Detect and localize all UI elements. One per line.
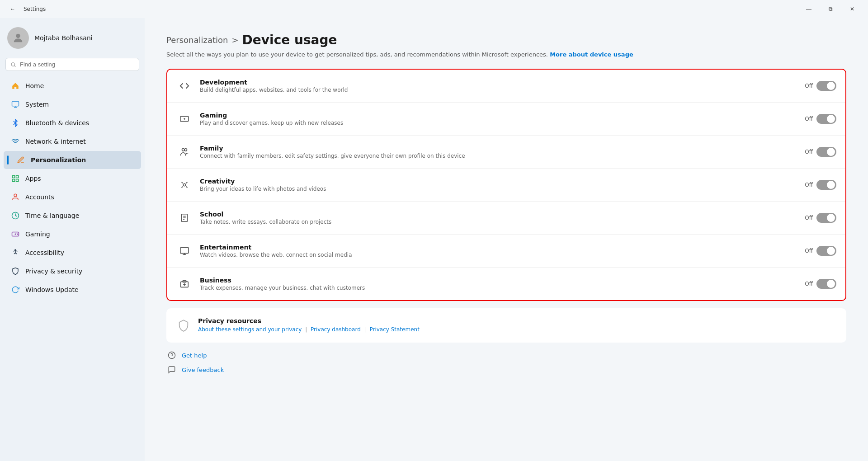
creativity-desc: Bring your ideas to life with photos and… [200,186,797,192]
accessibility-nav-icon [11,248,20,257]
username: Mojtaba Bolhasani [34,34,93,42]
main-content: Personalization > Device usage Select al… [145,18,868,461]
svg-rect-32 [180,248,189,254]
gaming-info: Gaming Play and discover games, keep up … [200,112,797,126]
privacy-link-1[interactable]: About these settings and your privacy [198,326,302,333]
entertainment-toggle[interactable] [816,246,836,256]
development-desc: Build delightful apps, websites, and too… [200,87,797,93]
close-button[interactable]: ✕ [842,2,863,16]
privacy-info: Privacy resources About these settings a… [198,317,420,333]
sidebar-item-gaming[interactable]: Gaming [4,225,141,243]
search-box[interactable] [5,58,139,71]
home-nav-icon [11,81,20,90]
sidebar-item-update[interactable]: Windows Update [4,281,141,299]
development-toggle-label: Off [805,83,813,89]
sidebar-item-accessibility[interactable]: Accessibility [4,244,141,262]
sidebar: Mojtaba Bolhasani Home System Bluetooth … [0,18,145,461]
setting-row-development: Development Build delightful apps, websi… [167,70,845,103]
sidebar-item-network[interactable]: Network & internet [4,132,141,151]
sidebar-item-accounts[interactable]: Accounts [4,188,141,206]
nav-list: Home System Bluetooth & devices Network … [0,75,145,301]
app-container: Mojtaba Bolhasani Home System Bluetooth … [0,18,868,461]
get-help-link[interactable]: Get help [166,350,846,361]
svg-line-2 [14,66,15,66]
privacy-resources-title: Privacy resources [198,317,420,325]
gaming-toggle-label: Off [805,116,813,122]
bluetooth-nav-icon [11,118,20,127]
give-feedback-link[interactable]: Give feedback [166,364,846,375]
entertainment-name: Entertainment [200,244,797,251]
svg-line-26 [182,187,183,188]
sidebar-item-apps[interactable]: Apps [4,169,141,188]
school-desc: Take notes, write essays, collaborate on… [200,219,797,225]
family-toggle[interactable] [816,147,836,157]
creativity-info: Creativity Bring your ideas to life with… [200,178,797,192]
gaming-icon [176,111,193,127]
development-toggle-wrapper: Off [805,81,836,91]
svg-rect-7 [16,175,19,178]
school-toggle-wrapper: Off [805,213,836,223]
entertainment-toggle-label: Off [805,248,813,254]
sidebar-item-personalization[interactable]: Personalization [4,151,141,169]
creativity-toggle[interactable] [816,180,836,190]
sidebar-item-time[interactable]: Time & language [4,207,141,225]
sidebar-item-home[interactable]: Home [4,77,141,95]
svg-point-15 [17,234,17,234]
svg-rect-6 [12,175,14,178]
active-indicator [7,155,9,165]
minimize-button[interactable]: — [798,2,819,16]
svg-point-16 [18,234,18,235]
privacy-links: About these settings and your privacy | … [198,326,420,333]
family-name: Family [200,145,797,152]
back-button[interactable]: ← [5,2,20,16]
creativity-icon [176,177,193,193]
development-toggle[interactable] [816,81,836,91]
sidebar-item-privacy[interactable]: Privacy & security [4,262,141,280]
svg-line-25 [186,182,188,183]
svg-point-1 [11,62,15,66]
setting-row-entertainment: Entertainment Watch videos, browse the w… [167,235,845,268]
privacy-link-3[interactable]: Privacy Statement [369,326,419,333]
setting-row-gaming: Gaming Play and discover games, keep up … [167,103,845,136]
sidebar-item-system[interactable]: System [4,95,141,113]
restore-icon: ⧉ [829,6,833,12]
privacy-link-2[interactable]: Privacy dashboard [311,326,361,333]
restore-button[interactable]: ⧉ [820,2,841,16]
business-toggle[interactable] [816,279,836,289]
avatar [7,27,29,49]
privacy-resources-icon [175,317,192,334]
sidebar-item-label-accounts: Accounts [25,193,54,201]
svg-rect-9 [16,179,19,182]
user-section: Mojtaba Bolhasani [0,18,145,56]
business-toggle-wrapper: Off [805,279,836,289]
settings-section: Development Build delightful apps, websi… [166,69,846,301]
sidebar-item-label-time: Time & language [25,212,79,219]
gaming-toggle[interactable] [816,114,836,124]
svg-line-27 [186,187,188,188]
svg-rect-3 [12,101,19,106]
sidebar-item-label-apps: Apps [25,175,41,182]
sidebar-item-bluetooth[interactable]: Bluetooth & devices [4,114,141,132]
family-toggle-wrapper: Off [805,147,836,157]
svg-point-23 [183,183,186,186]
family-info: Family Connect with family members, edit… [200,145,797,159]
business-desc: Track expenses, manage your business, ch… [200,285,797,291]
school-info: School Take notes, write essays, collabo… [200,211,797,225]
development-info: Development Build delightful apps, websi… [200,79,797,93]
creativity-name: Creativity [200,178,797,185]
setting-row-business: Business Track expenses, manage your bus… [167,268,845,300]
apps-nav-icon [11,174,20,183]
setting-row-school: School Take notes, write essays, collabo… [167,202,845,235]
business-info: Business Track expenses, manage your bus… [200,277,797,291]
search-icon [10,61,16,68]
close-icon: ✕ [850,6,854,12]
sidebar-item-label-gaming: Gaming [25,230,50,238]
subtitle-link[interactable]: More about device usage [550,51,633,58]
family-icon [176,144,193,160]
svg-point-39 [169,352,175,359]
svg-point-0 [16,34,20,38]
sidebar-item-label-accessibility: Accessibility [25,249,64,256]
search-input[interactable] [20,61,134,68]
school-toggle[interactable] [816,213,836,223]
breadcrumb: Personalization > Device usage [166,33,846,47]
